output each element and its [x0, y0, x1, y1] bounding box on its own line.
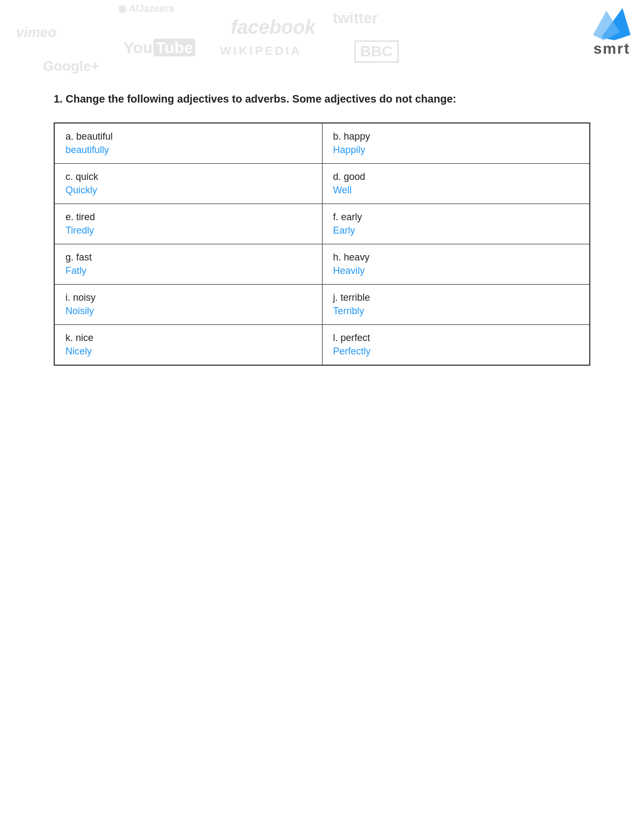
question-number: 1. [54, 93, 63, 105]
adjective-label: a. beautiful [65, 131, 311, 142]
table-cell: j. terrible Terribly [322, 285, 590, 325]
table-row: g. fast Fatly h. heavy Heavily [54, 244, 590, 285]
adjective-label: k. nice [65, 332, 311, 344]
table-row: e. tired Tiredly f. early Early [54, 204, 590, 244]
main-content: 1. Change the following adjectives to ad… [0, 0, 644, 387]
adjective-label: c. quick [65, 171, 311, 183]
question-text: Change the following adjectives to adver… [65, 93, 456, 105]
adverb-answer: Quickly [65, 185, 311, 196]
table-cell: e. tired Tiredly [54, 204, 322, 244]
adverb-answer: Tiredly [65, 225, 311, 236]
adjective-label: b. happy [333, 131, 579, 142]
question-title: 1. Change the following adjectives to ad… [54, 91, 590, 106]
adjective-label: g. fast [65, 252, 311, 263]
adverb-answer: Terribly [333, 306, 579, 317]
table-cell: h. heavy Heavily [322, 244, 590, 285]
adverb-answer: Fatly [65, 265, 311, 277]
table-row: a. beautiful beautifully b. happy Happil… [54, 123, 590, 164]
table-row: c. quick Quickly d. good Well [54, 164, 590, 204]
adverb-answer: Early [333, 225, 579, 236]
adjective-label: j. terrible [333, 292, 579, 303]
adverb-answer: beautifully [65, 144, 311, 156]
table-cell: l. perfect Perfectly [322, 325, 590, 366]
adjective-label: i. noisy [65, 292, 311, 303]
adverb-answer: Nicely [65, 346, 311, 357]
table-cell: f. early Early [322, 204, 590, 244]
table-cell: c. quick Quickly [54, 164, 322, 204]
table-cell: a. beautiful beautifully [54, 123, 322, 164]
adverb-answer: Perfectly [333, 346, 579, 357]
table-row: i. noisy Noisily j. terrible Terribly [54, 285, 590, 325]
adjective-label: e. tired [65, 212, 311, 223]
table-cell: b. happy Happily [322, 123, 590, 164]
adverb-answer: Well [333, 185, 579, 196]
adjectives-table: a. beautiful beautifully b. happy Happil… [54, 122, 590, 366]
adverb-answer: Heavily [333, 265, 579, 277]
adjective-label: h. heavy [333, 252, 579, 263]
adjective-label: l. perfect [333, 332, 579, 344]
adjective-label: f. early [333, 212, 579, 223]
table-cell: g. fast Fatly [54, 244, 322, 285]
table-cell: i. noisy Noisily [54, 285, 322, 325]
adverb-answer: Noisily [65, 306, 311, 317]
table-row: k. nice Nicely l. perfect Perfectly [54, 325, 590, 366]
adverb-answer: Happily [333, 144, 579, 156]
table-cell: d. good Well [322, 164, 590, 204]
table-cell: k. nice Nicely [54, 325, 322, 366]
adjective-label: d. good [333, 171, 579, 183]
